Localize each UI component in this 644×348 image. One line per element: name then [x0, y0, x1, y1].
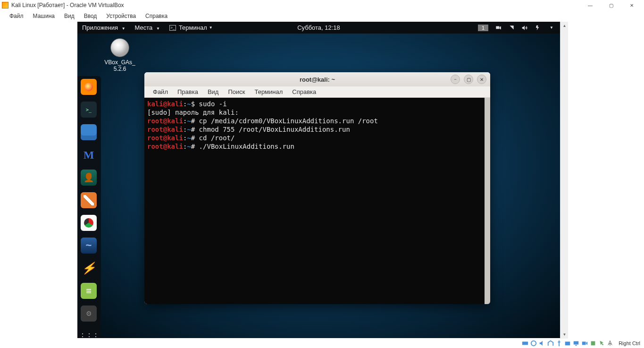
desktop-icon-vbox-ga[interactable]: VBox_GAs_ 5.2.6: [99, 38, 141, 72]
dock-maltego[interactable]: [81, 260, 97, 276]
terminal-menubar: Файл Правка Вид Поиск Терминал Справка: [144, 86, 490, 98]
vbox-cd-icon[interactable]: [530, 340, 537, 347]
svg-rect-3: [573, 341, 578, 345]
dock-cherrytree[interactable]: [81, 283, 97, 299]
workspace-indicator[interactable]: 1: [478, 25, 488, 31]
clock[interactable]: Суббота, 12:18: [297, 24, 340, 31]
terminal-titlebar[interactable]: root@kali: ~ － ▢ ✕: [144, 72, 490, 86]
dock-burpsuite[interactable]: [81, 192, 97, 208]
terminal-menu-help[interactable]: Справка: [287, 87, 321, 96]
terminal-line: root@kali:~# ./VBoxLinuxAdditions.run: [147, 142, 487, 151]
terminal-maximize-button[interactable]: ▢: [464, 75, 473, 84]
applications-menu[interactable]: Приложения ▼: [77, 24, 130, 31]
host-vertical-scrollbar[interactable]: ▲ ▼: [560, 22, 568, 339]
terminal-menu-view[interactable]: Вид: [203, 87, 224, 96]
terminal-line: root@kali:~# cp /media/cdrom0/VBoxLinuxA…: [147, 117, 487, 125]
chevron-down-icon: ▼: [550, 25, 553, 30]
places-menu[interactable]: Места ▼: [130, 24, 165, 31]
vbox-network-icon[interactable]: [547, 340, 554, 347]
svg-rect-5: [582, 342, 585, 345]
maximize-button[interactable]: ▢: [601, 1, 621, 9]
virtualbox-icon: [2, 2, 8, 8]
terminal-menu-terminal[interactable]: Терминал: [250, 87, 287, 96]
chevron-down-icon: ▼: [122, 26, 125, 31]
dock-metasploit[interactable]: [81, 147, 97, 163]
minimize-button[interactable]: —: [580, 1, 601, 9]
host-menu-devices[interactable]: Устройства: [101, 11, 141, 21]
vbox-cpu-icon[interactable]: [589, 340, 596, 347]
svg-rect-2: [565, 342, 570, 346]
svg-point-1: [531, 341, 536, 346]
host-window-controls: — ▢ ✕: [580, 1, 642, 9]
places-label: Места: [135, 24, 153, 31]
dock-armitage[interactable]: [81, 170, 97, 186]
host-window-title: Kali Linux [Работает] - Oracle VM Virtua…: [11, 2, 124, 8]
host-menubar: Файл Машина Вид Ввод Устройства Справка: [0, 10, 644, 22]
vm-viewport[interactable]: Приложения ▼ Места ▼ >_ Терминал ▼ Суббо…: [77, 22, 560, 338]
vbox-hostkey-label: Right Ctrl: [617, 340, 642, 346]
chevron-down-icon: ▼: [156, 26, 160, 31]
volume-icon[interactable]: [521, 25, 528, 31]
scrollbar-thumb[interactable]: [485, 98, 490, 304]
desktop-icon-label-2: 5.2.6: [99, 66, 141, 72]
terminal-line: root@kali:~# cd /root/: [147, 134, 487, 142]
dock-zenmap[interactable]: [81, 215, 97, 231]
scroll-down-arrow-icon[interactable]: ▼: [560, 331, 569, 339]
host-menu-file[interactable]: Файл: [5, 11, 28, 21]
dock-files[interactable]: [81, 124, 97, 140]
dock-show-applications[interactable]: [81, 328, 97, 338]
gnome-dock: [77, 76, 101, 338]
host-menu-help[interactable]: Справка: [141, 11, 172, 21]
terminal-icon: >_: [169, 25, 176, 31]
chevron-down-icon: ▼: [209, 25, 213, 30]
gnome-topbar: Приложения ▼ Места ▼ >_ Терминал ▼ Суббо…: [77, 22, 560, 34]
dock-tweaks[interactable]: [81, 306, 97, 322]
terminal-title: root@kali: ~: [300, 76, 335, 83]
terminal-close-button[interactable]: ✕: [477, 75, 486, 84]
dock-firefox[interactable]: [81, 79, 97, 95]
host-titlebar: Kali Linux [Работает] - Oracle VM Virtua…: [0, 0, 644, 10]
host-menu-input[interactable]: Ввод: [79, 11, 102, 21]
desktop-icon-label-1: VBox_GAs_: [99, 59, 141, 66]
terminal-body[interactable]: kali@kali:~$ sudo -i[sudo] пароль для ka…: [144, 98, 490, 304]
vbox-usb-icon[interactable]: [555, 340, 562, 347]
vbox-hdd-icon[interactable]: [521, 340, 528, 347]
camera-icon[interactable]: [495, 25, 502, 31]
terminal-window: root@kali: ~ － ▢ ✕ Файл Правка Вид Поиск…: [144, 72, 490, 304]
power-icon[interactable]: [535, 25, 541, 31]
close-button[interactable]: ✕: [621, 1, 642, 9]
terminal-minimize-button[interactable]: －: [451, 75, 460, 84]
vbox-recording-icon[interactable]: [581, 340, 588, 347]
terminal-menu-edit[interactable]: Правка: [173, 87, 203, 96]
scroll-up-arrow-icon[interactable]: ▲: [560, 22, 569, 30]
vbox-mouse-icon[interactable]: [598, 340, 605, 347]
terminal-line: kali@kali:~$ sudo -i: [147, 100, 487, 108]
vbox-statusbar: Right Ctrl: [519, 339, 644, 348]
terminal-menu-search[interactable]: Поиск: [223, 87, 250, 96]
svg-rect-6: [591, 341, 595, 346]
terminal-menu-file[interactable]: Файл: [148, 87, 173, 96]
recorder-icon[interactable]: [508, 25, 515, 31]
vbox-shared-folders-icon[interactable]: [564, 340, 571, 347]
dock-terminal[interactable]: [81, 102, 97, 118]
host-menu-machine[interactable]: Машина: [28, 11, 59, 21]
active-app-terminal[interactable]: >_ Терминал ▼: [165, 24, 217, 31]
vbox-display-icon[interactable]: [572, 340, 579, 347]
dock-wireshark[interactable]: [81, 238, 97, 254]
terminal-scrollbar[interactable]: [485, 98, 490, 304]
vbox-audio-icon[interactable]: [538, 340, 545, 347]
vbox-keyboard-icon[interactable]: [606, 340, 613, 347]
active-app-label: Терминал: [179, 24, 207, 31]
terminal-line: root@kali:~# chmod 755 /root/VBoxLinuxAd…: [147, 125, 487, 134]
applications-label: Приложения: [82, 24, 118, 31]
cd-disc-icon: [110, 38, 129, 57]
terminal-line: [sudo] пароль для kali:: [147, 108, 487, 117]
host-menu-view[interactable]: Вид: [59, 11, 79, 21]
svg-rect-4: [575, 345, 577, 346]
svg-rect-0: [522, 342, 528, 345]
